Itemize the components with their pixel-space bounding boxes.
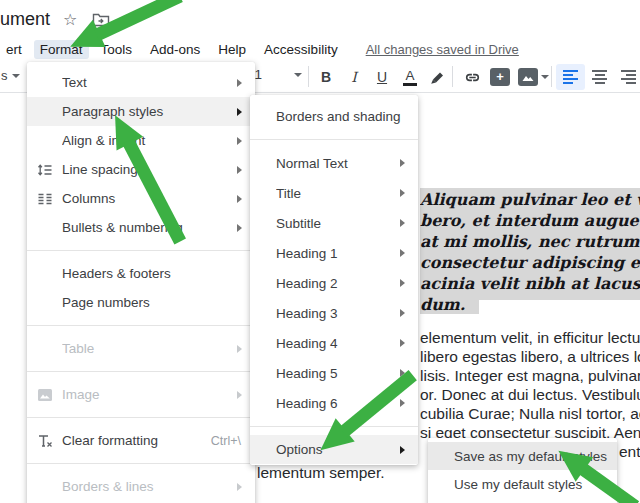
image-icon bbox=[27, 388, 62, 402]
menu-tools[interactable]: Tools bbox=[95, 40, 139, 59]
toolbar-divider bbox=[551, 66, 552, 87]
menu-item-borders-and-shading[interactable]: Borders and shading bbox=[250, 102, 418, 131]
paragraph-styles-submenu: Borders and shading Normal Text Title Su… bbox=[250, 95, 418, 465]
columns-icon bbox=[27, 192, 62, 206]
submenu-arrow-icon bbox=[237, 345, 242, 353]
menu-separator bbox=[27, 417, 255, 418]
menu-item-line-spacing[interactable]: Line spacing bbox=[27, 155, 255, 184]
menu-addons[interactable]: Add-ons bbox=[144, 40, 206, 59]
chevron-down-icon[interactable] bbox=[12, 74, 20, 78]
insert-image-button[interactable] bbox=[514, 64, 552, 90]
menu-separator bbox=[250, 139, 418, 140]
menu-item-use-default-styles[interactable]: Use my default styles bbox=[428, 470, 617, 498]
highlighter-icon bbox=[430, 69, 446, 85]
text-color-letter: A bbox=[405, 69, 414, 82]
insert-link-button[interactable] bbox=[458, 64, 486, 90]
submenu-arrow-icon bbox=[400, 159, 405, 167]
menu-item-image[interactable]: Image bbox=[27, 380, 255, 409]
options-submenu: Save as my default styles Use my default… bbox=[428, 438, 617, 503]
menu-item-columns[interactable]: Columns bbox=[27, 184, 255, 213]
submenu-arrow-icon bbox=[237, 224, 242, 232]
toolbar-fragment: s bbox=[1, 68, 8, 83]
menu-bar: ert Format Tools Add-ons Help Accessibil… bbox=[0, 38, 640, 60]
menu-format[interactable]: Format bbox=[34, 40, 89, 59]
menu-item-paragraph-styles[interactable]: Paragraph styles bbox=[27, 97, 255, 126]
menu-item-options[interactable]: Options bbox=[250, 435, 418, 464]
menu-item-title[interactable]: Title bbox=[250, 178, 418, 208]
menu-item-text[interactable]: Text bbox=[27, 68, 255, 97]
italic-button[interactable]: I bbox=[340, 64, 368, 90]
menu-item-heading-4[interactable]: Heading 4 bbox=[250, 328, 418, 358]
align-right-icon bbox=[621, 70, 636, 84]
submenu-arrow-icon bbox=[400, 219, 405, 227]
doc-text-fragment: ent bbox=[619, 443, 640, 461]
menu-separator bbox=[27, 463, 255, 464]
menu-item-clear-formatting[interactable]: Clear formatting Ctrl+\ bbox=[27, 426, 255, 455]
doc-text-fragment: lementum semper. bbox=[257, 464, 385, 482]
doc-line: at mi mollis, nec rutrum lorem eleifend.… bbox=[420, 232, 640, 253]
align-left-button[interactable] bbox=[556, 64, 585, 90]
align-center-icon bbox=[592, 70, 607, 84]
align-right-button[interactable] bbox=[614, 64, 640, 90]
google-docs-window: ument ☆ ert Format Tools Add-ons Help Ac… bbox=[0, 0, 640, 503]
link-icon bbox=[464, 69, 481, 86]
clear-formatting-icon bbox=[27, 434, 62, 448]
submenu-arrow-icon bbox=[237, 108, 242, 116]
doc-line: elementum velit, in efficitur lectus qu bbox=[420, 329, 640, 348]
text-color-button[interactable]: A bbox=[396, 64, 424, 90]
doc-line: acinia velit nibh at lacus. Proin a libe… bbox=[420, 274, 640, 295]
menu-item-bullets-numbering[interactable]: Bullets & numbering bbox=[27, 213, 255, 242]
title-bar: ument ☆ bbox=[0, 0, 640, 38]
doc-line: dum. bbox=[420, 295, 640, 316]
doc-line-highlighted: dum. bbox=[420, 295, 479, 314]
insert-comment-button[interactable]: + bbox=[486, 64, 514, 90]
menu-item-headers-footers[interactable]: Headers & footers bbox=[27, 259, 255, 288]
menu-item-normal-text[interactable]: Normal Text bbox=[250, 148, 418, 178]
doc-line: Aliquam pulvinar leo et varius feugiat. … bbox=[420, 190, 640, 211]
menu-item-heading-3[interactable]: Heading 3 bbox=[250, 298, 418, 328]
line-spacing-icon bbox=[27, 163, 62, 177]
highlight-color-button[interactable] bbox=[424, 64, 452, 90]
menu-item-align-indent[interactable]: Align & indent bbox=[27, 126, 255, 155]
menu-item-page-numbers[interactable]: Page numbers bbox=[27, 288, 255, 317]
menu-insert-fragment[interactable]: ert bbox=[0, 40, 28, 59]
menu-item-borders-lines[interactable]: Borders & lines bbox=[27, 472, 255, 501]
submenu-arrow-icon bbox=[237, 195, 242, 203]
doc-line: libero egestas libero, a ultrices lorem bbox=[420, 348, 640, 367]
menu-separator bbox=[27, 325, 255, 326]
submenu-arrow-icon bbox=[237, 391, 242, 399]
plus-glyph: + bbox=[496, 71, 504, 83]
bold-button[interactable]: B bbox=[312, 64, 340, 90]
normal-paragraph: elementum velit, in efficitur lectus qu … bbox=[420, 329, 640, 443]
menu-item-heading-1[interactable]: Heading 1 bbox=[250, 238, 418, 268]
star-icon[interactable]: ☆ bbox=[63, 10, 77, 29]
submenu-arrow-icon bbox=[400, 339, 405, 347]
submenu-arrow-icon bbox=[237, 137, 242, 145]
doc-line: bero, et interdum augue porta a. Donec u… bbox=[420, 211, 640, 232]
underline-button[interactable]: U bbox=[368, 64, 396, 90]
comment-icon: + bbox=[490, 68, 510, 86]
menu-item-subtitle[interactable]: Subtitle bbox=[250, 208, 418, 238]
save-status-link[interactable]: All changes saved in Drive bbox=[366, 42, 519, 57]
menu-item-save-default-styles[interactable]: Save as my default styles bbox=[428, 442, 617, 470]
text-color-bar bbox=[403, 83, 417, 86]
align-center-button[interactable] bbox=[585, 64, 614, 90]
doc-line: lisis. Integer est magna, pulvinar laor bbox=[420, 367, 640, 386]
document-title[interactable]: ument bbox=[0, 9, 50, 30]
submenu-arrow-icon bbox=[400, 446, 405, 454]
submenu-arrow-icon bbox=[400, 279, 405, 287]
submenu-arrow-icon bbox=[400, 189, 405, 197]
chevron-down-icon[interactable] bbox=[541, 75, 549, 79]
chevron-down-icon[interactable] bbox=[294, 73, 302, 77]
menu-item-heading-6[interactable]: Heading 6 bbox=[250, 388, 418, 418]
menu-item-heading-5[interactable]: Heading 5 bbox=[250, 358, 418, 388]
menu-item-heading-2[interactable]: Heading 2 bbox=[250, 268, 418, 298]
align-left-icon bbox=[563, 70, 578, 84]
menu-accessibility[interactable]: Accessibility bbox=[258, 40, 344, 59]
menu-item-table[interactable]: Table bbox=[27, 334, 255, 363]
shortcut-label: Ctrl+\ bbox=[211, 434, 241, 448]
move-to-folder-icon[interactable] bbox=[92, 13, 110, 31]
submenu-arrow-icon bbox=[237, 166, 242, 174]
submenu-arrow-icon bbox=[400, 369, 405, 377]
menu-help[interactable]: Help bbox=[212, 40, 252, 59]
